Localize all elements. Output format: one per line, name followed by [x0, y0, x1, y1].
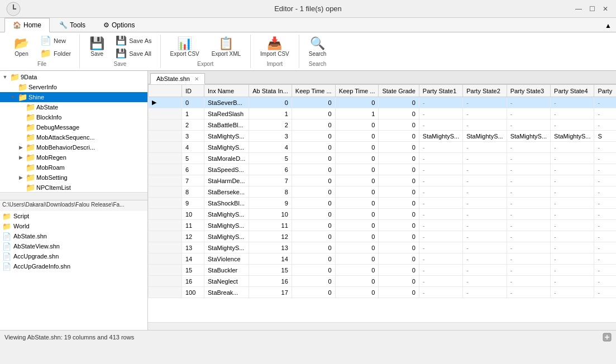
table-cell[interactable]: -: [551, 198, 594, 209]
table-cell[interactable]: 13: [249, 242, 292, 253]
tree-item-shine[interactable]: ▼ 📁 Shine: [0, 92, 147, 102]
table-row[interactable]: 2StaBattleBl...2000-----: [149, 119, 617, 131]
table-cell[interactable]: StaBreak...: [204, 287, 249, 298]
export-csv-button[interactable]: 📊 Export CSV: [165, 35, 204, 60]
doc-tab-close-icon[interactable]: ✕: [194, 76, 199, 82]
file-list-panel[interactable]: 📁 Script 📁 World 📄 AbState.shn 📄 AbState…: [0, 211, 147, 330]
table-cell[interactable]: 7: [182, 175, 204, 186]
tab-home[interactable]: 🏠 Home: [4, 18, 50, 32]
table-cell[interactable]: StaNeglect: [204, 276, 249, 287]
table-cell[interactable]: 1: [182, 108, 204, 119]
table-cell[interactable]: 0: [379, 186, 419, 198]
column-header-2[interactable]: Ab Stata In...: [249, 85, 292, 97]
table-cell[interactable]: -: [419, 119, 462, 131]
tree-item-mobattacksequence[interactable]: 📁 MobAttackSequenc...: [0, 132, 147, 142]
table-cell[interactable]: -: [594, 186, 616, 198]
table-cell[interactable]: 0: [292, 108, 335, 119]
table-cell[interactable]: 16: [182, 276, 204, 287]
table-cell[interactable]: -: [507, 231, 550, 242]
column-header-3[interactable]: Keep Time ...: [292, 85, 335, 97]
table-cell[interactable]: -: [419, 287, 462, 298]
tree-toggle-icon[interactable]: ▼: [1, 74, 9, 80]
table-cell[interactable]: -: [507, 175, 550, 186]
table-cell[interactable]: -: [463, 186, 507, 198]
table-cell[interactable]: 9: [249, 198, 292, 209]
table-cell[interactable]: 6: [182, 164, 204, 175]
table-cell[interactable]: -: [594, 142, 616, 153]
table-cell[interactable]: -: [594, 209, 616, 220]
table-cell[interactable]: -: [507, 186, 550, 198]
table-cell[interactable]: -: [507, 119, 550, 131]
file-list-item-abstate-shn[interactable]: 📄 AbState.shn: [0, 231, 147, 241]
save-all-button[interactable]: 💾 Save All: [112, 47, 155, 60]
table-cell[interactable]: 0: [292, 242, 335, 253]
table-cell[interactable]: StaShockBl...: [204, 198, 249, 209]
tree-item-mobsetting[interactable]: ▶ 📁 MobSetting: [0, 173, 147, 183]
table-cell[interactable]: -: [594, 265, 616, 276]
table-row[interactable]: 6StaSpeedS...6000-----: [149, 164, 617, 175]
table-cell[interactable]: StaMightyS...: [204, 242, 249, 253]
table-cell[interactable]: 16: [249, 276, 292, 287]
table-cell[interactable]: -: [463, 97, 507, 108]
table-cell[interactable]: S: [594, 131, 616, 142]
table-cell[interactable]: 0: [379, 220, 419, 231]
table-cell[interactable]: -: [463, 164, 507, 175]
column-header-4[interactable]: Keep Time ...: [335, 85, 379, 97]
table-cell[interactable]: -: [419, 209, 462, 220]
table-cell[interactable]: StaMightyS...: [204, 209, 249, 220]
table-cell[interactable]: StaSpeedS...: [204, 164, 249, 175]
table-cell[interactable]: -: [594, 287, 616, 298]
table-cell[interactable]: -: [551, 186, 594, 198]
tree-item-blockinfo[interactable]: 📁 BlockInfo: [0, 112, 147, 122]
table-row[interactable]: 4StaMightyS...4000-----: [149, 142, 617, 153]
table-cell[interactable]: StaRedSlash: [204, 108, 249, 119]
table-cell[interactable]: 0: [335, 119, 379, 131]
table-cell[interactable]: 0: [292, 97, 335, 108]
table-cell[interactable]: -: [463, 153, 507, 164]
tree-toggle-icon[interactable]: ▶: [17, 155, 25, 160]
table-cell[interactable]: -: [463, 198, 507, 209]
table-row[interactable]: 3StaMightyS...3000StaMightyS...StaMighty…: [149, 131, 617, 142]
table-cell[interactable]: -: [594, 220, 616, 231]
table-cell[interactable]: -: [551, 276, 594, 287]
table-row[interactable]: 11StaMightyS...11000-----: [149, 220, 617, 231]
open-button[interactable]: 📂 Open: [9, 35, 34, 60]
table-cell[interactable]: 0: [379, 142, 419, 153]
table-cell[interactable]: 0: [335, 153, 379, 164]
table-cell[interactable]: -: [463, 175, 507, 186]
column-header-10[interactable]: Party: [594, 85, 616, 97]
table-cell[interactable]: 0: [292, 119, 335, 131]
tree-toggle-icon[interactable]: ▶: [17, 175, 25, 180]
table-cell[interactable]: 9: [182, 198, 204, 209]
column-header-6[interactable]: Party State1: [419, 85, 462, 97]
table-cell[interactable]: StaHarmDe...: [204, 175, 249, 186]
table-cell[interactable]: 0: [292, 198, 335, 209]
table-cell[interactable]: -: [594, 153, 616, 164]
tab-tools[interactable]: 🔧 Tools: [51, 18, 94, 32]
table-cell[interactable]: -: [507, 142, 550, 153]
table-row[interactable]: ▶0StaSeverB...0000-----: [149, 97, 617, 108]
table-cell[interactable]: 1: [335, 108, 379, 119]
table-cell[interactable]: 7: [249, 175, 292, 186]
table-row[interactable]: 12StaMightyS...12000-----: [149, 231, 617, 242]
table-row[interactable]: 7StaHarmDe...7000-----: [149, 175, 617, 186]
table-cell[interactable]: -: [594, 119, 616, 131]
table-cell[interactable]: StaMightyS...: [507, 131, 550, 142]
table-cell[interactable]: 5: [182, 153, 204, 164]
table-cell[interactable]: -: [551, 119, 594, 131]
column-header-1[interactable]: Inx Name: [204, 85, 249, 97]
table-cell[interactable]: -: [463, 265, 507, 276]
table-cell[interactable]: 8: [182, 186, 204, 198]
table-cell[interactable]: -: [594, 97, 616, 108]
table-cell[interactable]: StaMightyS...: [204, 142, 249, 153]
table-cell[interactable]: 0: [379, 198, 419, 209]
table-cell[interactable]: -: [463, 276, 507, 287]
table-row[interactable]: 1StaRedSlash1010-----: [149, 108, 617, 119]
table-cell[interactable]: StaBuckler: [204, 265, 249, 276]
folder-button[interactable]: 📁 Folder: [36, 47, 75, 60]
table-cell[interactable]: 11: [182, 220, 204, 231]
save-as-button[interactable]: 💾 Save As: [112, 35, 155, 47]
tree-item-npcitemlist[interactable]: 📁 NPCItemList: [0, 183, 147, 192]
table-cell[interactable]: -: [551, 97, 594, 108]
tree-toggle-icon[interactable]: ▼: [9, 94, 17, 100]
